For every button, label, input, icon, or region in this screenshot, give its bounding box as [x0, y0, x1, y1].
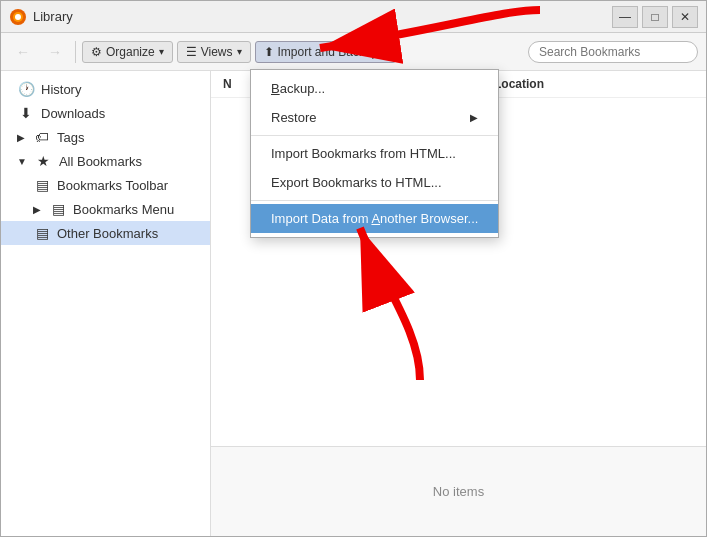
expand-icon: ▶ [33, 204, 41, 215]
organize-button[interactable]: ⚙ Organize ▾ [82, 41, 173, 63]
close-button[interactable]: ✕ [672, 6, 698, 28]
sidebar-item-label: Other Bookmarks [57, 226, 158, 241]
bottom-panel: No items [211, 446, 706, 536]
sidebar-item-label: All Bookmarks [59, 154, 142, 169]
menu-item-export-html[interactable]: Export Bookmarks to HTML... [251, 168, 498, 197]
views-icon: ☰ [186, 45, 197, 59]
export-html-label: Export Bookmarks to HTML... [271, 175, 442, 190]
no-items-text: No items [433, 484, 484, 499]
toolbar-separator-1 [75, 41, 76, 63]
all-bookmarks-icon: ★ [35, 153, 53, 169]
sidebar-item-label: History [41, 82, 81, 97]
organize-label: Organize [106, 45, 155, 59]
svg-point-2 [15, 14, 21, 20]
import-backup-dropdown: Backup... Restore ▶ Import Bookmarks fro… [250, 69, 499, 238]
organize-dropdown-arrow: ▾ [159, 46, 164, 57]
sidebar-item-bookmarks-toolbar[interactable]: ▤ Bookmarks Toolbar [1, 173, 210, 197]
restore-label: Restore [271, 110, 317, 125]
bookmarks-toolbar-icon: ▤ [33, 177, 51, 193]
views-dropdown-arrow: ▾ [237, 46, 242, 57]
window-title: Library [33, 9, 612, 24]
sidebar-item-tags[interactable]: ▶ 🏷 Tags [1, 125, 210, 149]
import-dropdown-arrow: ▾ [382, 46, 387, 57]
menu-item-backup[interactable]: Backup... [251, 74, 498, 103]
maximize-button[interactable]: □ [642, 6, 668, 28]
menu-item-import-browser[interactable]: Import Data from Another Browser... [251, 204, 498, 233]
backup-label: Backup... [271, 81, 325, 96]
import-backup-button[interactable]: ⬆ Import and Backup ▾ [255, 41, 397, 63]
sidebar-item-other-bookmarks[interactable]: ▤ Other Bookmarks [1, 221, 210, 245]
menu-separator-2 [251, 200, 498, 201]
title-bar: Library — □ ✕ [1, 1, 706, 33]
window-controls: — □ ✕ [612, 6, 698, 28]
sidebar-item-all-bookmarks[interactable]: ▼ ★ All Bookmarks [1, 149, 210, 173]
menu-item-restore[interactable]: Restore ▶ [251, 103, 498, 132]
sidebar: 🕐 History ⬇ Downloads ▶ 🏷 Tags ▼ ★ All B… [1, 71, 211, 536]
sidebar-item-downloads[interactable]: ⬇ Downloads [1, 101, 210, 125]
menu-item-import-html[interactable]: Import Bookmarks from HTML... [251, 139, 498, 168]
search-input[interactable] [528, 41, 698, 63]
gear-icon: ⚙ [91, 45, 102, 59]
menu-separator-1 [251, 135, 498, 136]
minimize-button[interactable]: — [612, 6, 638, 28]
bookmarks-menu-icon: ▤ [49, 201, 67, 217]
app-icon [9, 8, 27, 26]
import-icon: ⬆ [264, 45, 274, 59]
sidebar-item-label: Bookmarks Menu [73, 202, 174, 217]
submenu-arrow-icon: ▶ [470, 112, 478, 123]
history-icon: 🕐 [17, 81, 35, 97]
import-browser-label: Import Data from Another Browser... [271, 211, 478, 226]
sidebar-item-label: Bookmarks Toolbar [57, 178, 168, 193]
column-location: Location [494, 77, 694, 91]
sidebar-item-bookmarks-menu[interactable]: ▶ ▤ Bookmarks Menu [1, 197, 210, 221]
toolbar: ← → ⚙ Organize ▾ ☰ Views ▾ ⬆ Import and … [1, 33, 706, 71]
import-backup-label: Import and Backup [278, 45, 379, 59]
other-bookmarks-icon: ▤ [33, 225, 51, 241]
downloads-icon: ⬇ [17, 105, 35, 121]
views-label: Views [201, 45, 233, 59]
sidebar-item-history[interactable]: 🕐 History [1, 77, 210, 101]
forward-button[interactable]: → [41, 40, 69, 64]
import-html-label: Import Bookmarks from HTML... [271, 146, 456, 161]
tags-icon: 🏷 [33, 129, 51, 145]
back-button[interactable]: ← [9, 40, 37, 64]
expand-icon: ▶ [17, 132, 25, 143]
expand-icon: ▼ [17, 156, 27, 167]
sidebar-item-label: Tags [57, 130, 84, 145]
sidebar-item-label: Downloads [41, 106, 105, 121]
views-button[interactable]: ☰ Views ▾ [177, 41, 251, 63]
